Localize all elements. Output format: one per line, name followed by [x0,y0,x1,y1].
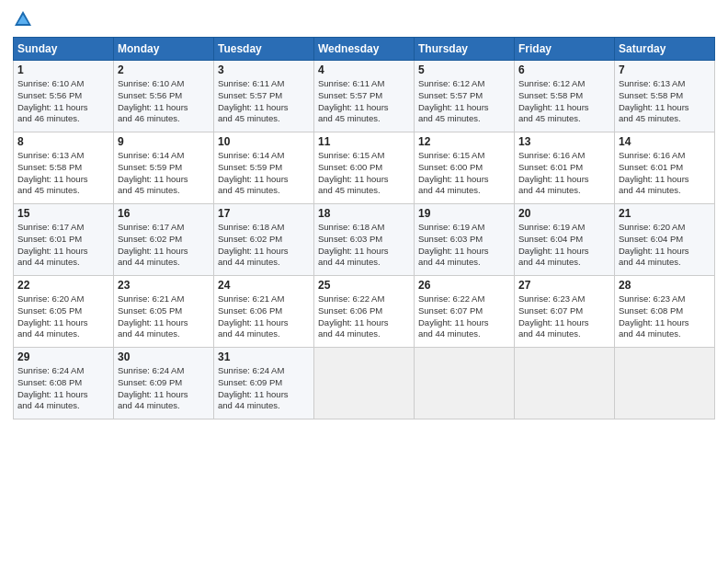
week-row-3: 15Sunrise: 6:17 AM Sunset: 6:01 PM Dayli… [14,204,715,276]
col-header-tuesday: Tuesday [214,38,314,61]
day-cell [314,348,415,419]
day-number: 31 [218,350,310,363]
day-info: Sunrise: 6:10 AM Sunset: 5:56 PM Dayligh… [17,78,109,125]
day-number: 27 [518,279,610,292]
day-number: 7 [619,63,711,76]
day-cell: 7Sunrise: 6:13 AM Sunset: 5:58 PM Daylig… [615,61,715,132]
col-header-wednesday: Wednesday [314,38,415,61]
day-cell: 29Sunrise: 6:24 AM Sunset: 6:08 PM Dayli… [14,348,114,419]
day-number: 22 [17,279,109,292]
day-info: Sunrise: 6:16 AM Sunset: 6:01 PM Dayligh… [619,150,711,197]
day-cell: 22Sunrise: 6:20 AM Sunset: 6:05 PM Dayli… [14,276,114,348]
day-cell: 12Sunrise: 6:15 AM Sunset: 6:00 PM Dayli… [415,132,515,204]
day-info: Sunrise: 6:14 AM Sunset: 5:59 PM Dayligh… [218,150,310,197]
day-number: 24 [218,279,310,292]
day-cell: 2Sunrise: 6:10 AM Sunset: 5:56 PM Daylig… [114,61,214,132]
day-cell: 14Sunrise: 6:16 AM Sunset: 6:01 PM Dayli… [615,132,715,204]
day-cell: 21Sunrise: 6:20 AM Sunset: 6:04 PM Dayli… [615,204,715,276]
day-info: Sunrise: 6:17 AM Sunset: 6:01 PM Dayligh… [17,222,109,269]
day-number: 12 [418,135,510,148]
day-info: Sunrise: 6:12 AM Sunset: 5:57 PM Dayligh… [418,78,510,125]
day-cell: 17Sunrise: 6:18 AM Sunset: 6:02 PM Dayli… [214,204,314,276]
day-number: 11 [318,135,410,148]
day-info: Sunrise: 6:20 AM Sunset: 6:05 PM Dayligh… [17,293,109,340]
week-row-5: 29Sunrise: 6:24 AM Sunset: 6:08 PM Dayli… [14,348,715,419]
day-cell [515,348,615,419]
day-cell: 26Sunrise: 6:22 AM Sunset: 6:07 PM Dayli… [415,276,515,348]
day-number: 21 [619,207,711,220]
day-number: 25 [318,279,410,292]
day-info: Sunrise: 6:20 AM Sunset: 6:04 PM Dayligh… [619,222,711,269]
day-cell: 18Sunrise: 6:18 AM Sunset: 6:03 PM Dayli… [314,204,415,276]
day-info: Sunrise: 6:11 AM Sunset: 5:57 PM Dayligh… [218,78,310,125]
day-info: Sunrise: 6:24 AM Sunset: 6:09 PM Dayligh… [118,365,210,412]
day-cell: 4Sunrise: 6:11 AM Sunset: 5:57 PM Daylig… [314,61,415,132]
day-info: Sunrise: 6:21 AM Sunset: 6:05 PM Dayligh… [118,293,210,340]
day-number: 4 [318,63,410,76]
header-row: SundayMondayTuesdayWednesdayThursdayFrid… [14,38,715,61]
day-number: 18 [318,207,410,220]
header [13,9,715,29]
week-row-4: 22Sunrise: 6:20 AM Sunset: 6:05 PM Dayli… [14,276,715,348]
day-cell: 11Sunrise: 6:15 AM Sunset: 6:00 PM Dayli… [314,132,415,204]
day-info: Sunrise: 6:11 AM Sunset: 5:57 PM Dayligh… [318,78,410,125]
day-info: Sunrise: 6:18 AM Sunset: 6:02 PM Dayligh… [218,222,310,269]
day-info: Sunrise: 6:22 AM Sunset: 6:07 PM Dayligh… [418,293,510,340]
day-info: Sunrise: 6:14 AM Sunset: 5:59 PM Dayligh… [118,150,210,197]
day-number: 16 [118,207,210,220]
day-cell: 8Sunrise: 6:13 AM Sunset: 5:58 PM Daylig… [14,132,114,204]
day-cell: 20Sunrise: 6:19 AM Sunset: 6:04 PM Dayli… [515,204,615,276]
day-number: 1 [17,63,109,76]
day-cell [415,348,515,419]
day-info: Sunrise: 6:19 AM Sunset: 6:03 PM Dayligh… [418,222,510,269]
day-number: 23 [118,279,210,292]
day-number: 17 [218,207,310,220]
day-number: 5 [418,63,510,76]
page: SundayMondayTuesdayWednesdayThursdayFrid… [0,0,728,563]
day-info: Sunrise: 6:13 AM Sunset: 5:58 PM Dayligh… [17,150,109,197]
day-cell: 19Sunrise: 6:19 AM Sunset: 6:03 PM Dayli… [415,204,515,276]
day-cell [615,348,715,419]
day-number: 13 [518,135,610,148]
day-number: 19 [418,207,510,220]
day-cell: 31Sunrise: 6:24 AM Sunset: 6:09 PM Dayli… [214,348,314,419]
day-number: 14 [619,135,711,148]
day-info: Sunrise: 6:13 AM Sunset: 5:58 PM Dayligh… [619,78,711,125]
day-number: 9 [118,135,210,148]
col-header-saturday: Saturday [615,38,715,61]
day-info: Sunrise: 6:16 AM Sunset: 6:01 PM Dayligh… [518,150,610,197]
day-cell: 27Sunrise: 6:23 AM Sunset: 6:07 PM Dayli… [515,276,615,348]
day-cell: 9Sunrise: 6:14 AM Sunset: 5:59 PM Daylig… [114,132,214,204]
day-number: 6 [518,63,610,76]
day-info: Sunrise: 6:24 AM Sunset: 6:09 PM Dayligh… [218,365,310,412]
day-cell: 5Sunrise: 6:12 AM Sunset: 5:57 PM Daylig… [415,61,515,132]
week-row-2: 8Sunrise: 6:13 AM Sunset: 5:58 PM Daylig… [14,132,715,204]
day-info: Sunrise: 6:23 AM Sunset: 6:07 PM Dayligh… [518,293,610,340]
day-info: Sunrise: 6:15 AM Sunset: 6:00 PM Dayligh… [318,150,410,197]
day-number: 30 [118,350,210,363]
day-cell: 1Sunrise: 6:10 AM Sunset: 5:56 PM Daylig… [14,61,114,132]
day-cell: 13Sunrise: 6:16 AM Sunset: 6:01 PM Dayli… [515,132,615,204]
day-cell: 15Sunrise: 6:17 AM Sunset: 6:01 PM Dayli… [14,204,114,276]
day-cell: 25Sunrise: 6:22 AM Sunset: 6:06 PM Dayli… [314,276,415,348]
day-cell: 10Sunrise: 6:14 AM Sunset: 5:59 PM Dayli… [214,132,314,204]
day-number: 8 [17,135,109,148]
col-header-friday: Friday [515,38,615,61]
day-info: Sunrise: 6:17 AM Sunset: 6:02 PM Dayligh… [118,222,210,269]
day-number: 3 [218,63,310,76]
day-info: Sunrise: 6:15 AM Sunset: 6:00 PM Dayligh… [418,150,510,197]
day-cell: 24Sunrise: 6:21 AM Sunset: 6:06 PM Dayli… [214,276,314,348]
week-row-1: 1Sunrise: 6:10 AM Sunset: 5:56 PM Daylig… [14,61,715,132]
day-info: Sunrise: 6:12 AM Sunset: 5:58 PM Dayligh… [518,78,610,125]
day-cell: 23Sunrise: 6:21 AM Sunset: 6:05 PM Dayli… [114,276,214,348]
day-info: Sunrise: 6:24 AM Sunset: 6:08 PM Dayligh… [17,365,109,412]
day-info: Sunrise: 6:21 AM Sunset: 6:06 PM Dayligh… [218,293,310,340]
day-info: Sunrise: 6:10 AM Sunset: 5:56 PM Dayligh… [118,78,210,125]
day-info: Sunrise: 6:18 AM Sunset: 6:03 PM Dayligh… [318,222,410,269]
col-header-monday: Monday [114,38,214,61]
day-info: Sunrise: 6:23 AM Sunset: 6:08 PM Dayligh… [619,293,711,340]
day-cell: 6Sunrise: 6:12 AM Sunset: 5:58 PM Daylig… [515,61,615,132]
day-info: Sunrise: 6:22 AM Sunset: 6:06 PM Dayligh… [318,293,410,340]
day-number: 15 [17,207,109,220]
day-cell: 3Sunrise: 6:11 AM Sunset: 5:57 PM Daylig… [214,61,314,132]
